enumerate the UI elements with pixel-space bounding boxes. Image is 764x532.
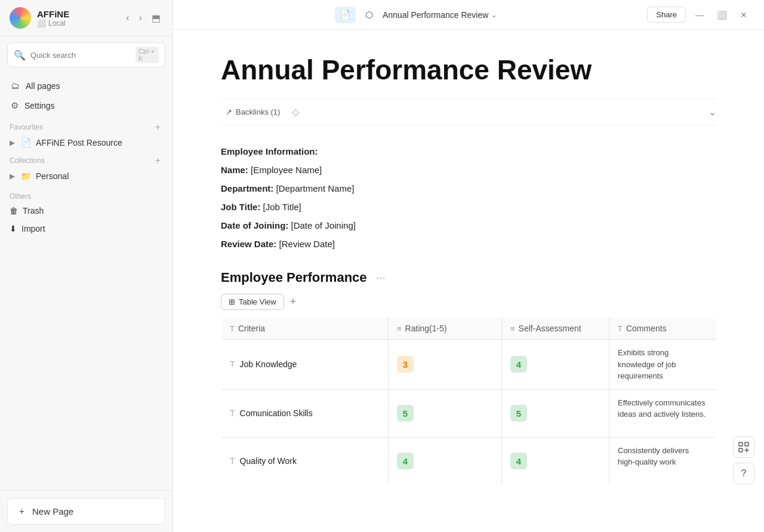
search-input[interactable] <box>30 51 131 60</box>
all-pages-label: All pages <box>26 81 60 91</box>
db-title: Employee Performance <box>221 270 367 285</box>
add-collection-button[interactable]: + <box>153 155 163 166</box>
svg-rect-2 <box>739 448 743 452</box>
favourites-section-header: Favourites + <box>0 118 172 134</box>
svg-rect-0 <box>739 442 743 446</box>
window-controls: — ⬜ ✕ <box>691 8 752 22</box>
add-favourite-button[interactable]: + <box>153 122 163 133</box>
col-header-rating: ≡ Rating(1-5) <box>389 318 502 340</box>
collapse-button[interactable]: ⌄ <box>708 106 716 118</box>
main-area: 📄 ⬡ Annual Performance Review ⌄ Share — … <box>173 0 764 532</box>
topbar-right: Share — ⬜ ✕ <box>647 7 752 23</box>
rating-cell: 3 <box>389 340 502 390</box>
maximize-button[interactable]: ⬜ <box>712 8 732 22</box>
nav-back-button[interactable]: ‹ <box>124 10 131 26</box>
table-view-tab-icon: ⊞ <box>229 297 235 306</box>
sidebar-logo: AFFiNE ⬜ Local <box>10 7 69 29</box>
backlink-arrow-icon: ↗ <box>226 107 232 116</box>
help-button[interactable]: ? <box>733 463 754 484</box>
rating-col-label: Rating(1-5) <box>405 324 447 333</box>
settings-icon: ⚙ <box>11 100 19 111</box>
topbar-title: Annual Performance Review ⌄ <box>383 10 497 20</box>
doc-meta-left: ↗ Backlinks (1) ◇ <box>221 105 299 119</box>
search-shortcut: Ctrl + K <box>135 47 159 63</box>
db-tabs: ⊞ Table View + <box>221 294 716 310</box>
sidebar: AFFiNE ⬜ Local ‹ › ⬒ 🔍 Ctrl + K 🗂 All pa… <box>0 0 173 532</box>
sidebar-item-personal[interactable]: ▶ 📁 Personal <box>0 167 172 185</box>
settings-label: Settings <box>24 101 55 110</box>
chevron-icon: ▶ <box>10 172 15 180</box>
sidebar-item-settings[interactable]: ⚙ Settings <box>5 96 168 116</box>
db-menu-button[interactable]: ··· <box>373 270 389 285</box>
toggle-sidebar-button[interactable]: ⬒ <box>149 10 163 26</box>
trash-label: Trash <box>23 206 44 216</box>
review-date-field: Review Date: [Review Date] <box>221 236 716 252</box>
collections-section-header: Collections + <box>0 152 172 167</box>
content-area: Annual Performance Review ↗ Backlinks (1… <box>173 30 764 532</box>
new-page-button[interactable]: ＋ New Page <box>7 498 165 525</box>
sidebar-item-import[interactable]: ⬇ Import <box>0 220 172 238</box>
table-row: T Quality of Work 4 4 Consistently deliv… <box>221 437 716 485</box>
name-field: Name: [Employee Name] <box>221 162 716 178</box>
employee-info-section: Employee Information: Name: [Employee Na… <box>221 143 716 252</box>
topbar-title-text: Annual Performance Review <box>383 10 488 20</box>
nav-forward-button[interactable]: › <box>137 10 144 26</box>
minimize-button[interactable]: — <box>691 8 708 22</box>
import-icon: ⬇ <box>10 224 17 233</box>
criteria-cell: T Quality of Work <box>221 437 389 485</box>
self-col-icon: ≡ <box>510 324 515 333</box>
comment-col-label: Comments <box>626 324 667 333</box>
text-icon: T <box>230 408 235 418</box>
import-label: Import <box>21 224 45 233</box>
sidebar-main-menu: 🗂 All pages ⚙ Settings <box>0 73 172 118</box>
doc-meta-bar: ↗ Backlinks (1) ◇ ⌄ <box>221 99 716 125</box>
criteria-cell: T Comunication Skills <box>221 389 389 437</box>
collection-icon: 📁 <box>21 171 31 181</box>
criteria-col-label: Criteria <box>238 324 265 333</box>
monitor-icon: ⬜ <box>37 19 46 27</box>
rating-badge: 5 <box>397 405 414 422</box>
search-bar[interactable]: 🔍 Ctrl + K <box>7 42 165 67</box>
text-icon: T <box>230 359 235 369</box>
doc-view-button[interactable]: 📄 <box>335 7 356 23</box>
workspace-label: ⬜ Local <box>37 19 69 27</box>
comment-cell: Consistently delivers high-quality work <box>609 437 716 485</box>
topbar: 📄 ⬡ Annual Performance Review ⌄ Share — … <box>173 0 764 30</box>
sidebar-item-trash[interactable]: 🗑 Trash <box>0 202 172 220</box>
collection-item-label: Personal <box>36 171 69 181</box>
title-chevron-button[interactable]: ⌄ <box>491 10 497 19</box>
grid-add-button[interactable] <box>733 436 754 458</box>
criteria-cell: T Job Knowledge <box>221 340 389 390</box>
add-view-button[interactable]: + <box>286 294 300 309</box>
rating-col-icon: ≡ <box>397 324 402 333</box>
pages-icon: 🗂 <box>11 81 20 91</box>
table-row: T Comunication Skills 5 5 Effectively co… <box>221 389 716 437</box>
self-assessment-badge: 4 <box>510 453 527 469</box>
criteria-col-icon: T <box>230 324 235 333</box>
sidebar-item-all-pages[interactable]: 🗂 All pages <box>5 76 168 96</box>
col-header-self-assessment: ≡ Self-Assessment <box>502 318 609 340</box>
rating-badge: 3 <box>397 356 414 373</box>
sidebar-item-affine-post-resource[interactable]: ▶ 📄 AFFiNE Post Resource <box>0 134 172 152</box>
tag-icon[interactable]: ◇ <box>292 106 299 118</box>
page-title: Annual Performance Review <box>221 54 716 87</box>
share-button[interactable]: Share <box>647 7 686 23</box>
col-header-criteria: T Criteria <box>221 318 389 340</box>
comment-col-icon: T <box>618 324 623 333</box>
department-field: Department: [Department Name] <box>221 180 716 196</box>
self-assessment-badge: 5 <box>510 405 527 422</box>
sidebar-footer: ＋ New Page <box>0 490 172 532</box>
backlinks-button[interactable]: ↗ Backlinks (1) <box>221 105 285 119</box>
app-name: AFFiNE <box>37 9 69 19</box>
self-assessment-cell: 4 <box>502 340 609 390</box>
close-button[interactable]: ✕ <box>735 8 752 22</box>
avatar <box>10 7 31 29</box>
performance-table: T Criteria ≡ Rating(1-5) <box>221 317 716 485</box>
graph-view-button[interactable]: ⬡ <box>361 7 378 23</box>
database-section: Employee Performance ··· ⊞ Table View + … <box>221 270 716 485</box>
others-section-header: Others <box>0 189 172 202</box>
search-icon: 🔍 <box>14 50 26 61</box>
table-view-tab[interactable]: ⊞ Table View <box>221 294 284 310</box>
comment-cell: Effectively communicates ideas and activ… <box>609 389 716 437</box>
sidebar-nav-controls: ‹ › ⬒ <box>124 10 163 26</box>
